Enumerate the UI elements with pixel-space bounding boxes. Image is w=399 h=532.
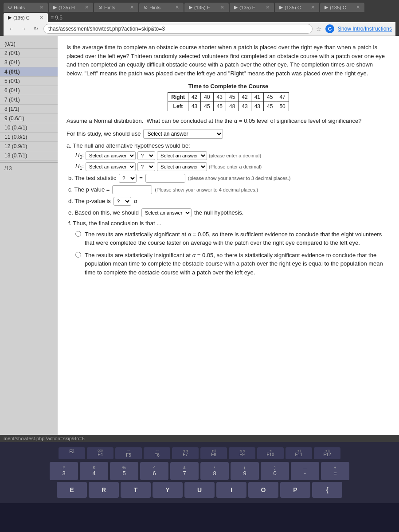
key-y[interactable]: Y: [153, 482, 183, 498]
key-o[interactable]: O: [248, 482, 278, 498]
tab-icon: ▶: [234, 4, 238, 10]
sidebar-item-6[interactable]: 6 (0/1): [0, 86, 58, 95]
key-r[interactable]: R: [89, 482, 119, 498]
step-e-suffix: the null hypothesis.: [194, 209, 243, 216]
bookmark-star[interactable]: ☆: [316, 25, 322, 32]
tab-135f-1[interactable]: ▶ (135) F ✕: [184, 3, 229, 12]
radio-r2[interactable]: [75, 252, 81, 258]
key-7[interactable]: &7: [170, 462, 199, 480]
fn-key-f4[interactable]: 000F4: [87, 447, 113, 459]
h0-select2[interactable]: ?=≠<>≤≥: [137, 151, 155, 160]
close-icon[interactable]: ✕: [39, 15, 43, 20]
close-icon[interactable]: ✕: [311, 4, 315, 10]
h0-select1[interactable]: Select an answer μ_dμ_1μ_2p: [86, 151, 136, 160]
close-icon[interactable]: ✕: [356, 4, 360, 10]
sidebar-item-13[interactable]: 13 (0.7/1): [0, 151, 58, 160]
tab-135c-2[interactable]: ▶ (135) C ✕: [320, 3, 364, 12]
address-bar[interactable]: thas/assessment/showtest.php?action=skip…: [43, 24, 313, 34]
tab-icon: ▶: [189, 4, 192, 10]
tab-135h[interactable]: ▶ (135) H ✕: [49, 3, 93, 12]
sidebar-item-10[interactable]: 10 (0.4/1): [0, 123, 58, 133]
step-f-label: f. Thus, the final conclusion is that ..…: [68, 220, 161, 227]
back-button[interactable]: ←: [7, 25, 16, 33]
key-9[interactable]: (9: [231, 462, 259, 480]
step-c-label: c. The p-value =: [68, 186, 110, 193]
step-f-row: f. Thus, the final conclusion is that ..…: [68, 220, 390, 227]
status-bar: ment/showtest.php?action=skip&to=6: [0, 435, 399, 442]
key-plus[interactable]: +=: [321, 462, 349, 480]
step-d-select[interactable]: ?><=: [113, 197, 131, 206]
radio-r2-text: The results are statistically insignific…: [85, 251, 390, 277]
sidebar-item-2[interactable]: 2 (0/1): [0, 49, 58, 58]
sidebar-item-1[interactable]: (0/1): [0, 39, 58, 49]
h0-select3[interactable]: Select an answer 0: [157, 151, 207, 160]
key-3[interactable]: #3: [50, 462, 78, 480]
tab-label: (135) F: [239, 5, 255, 10]
tab-label: Hints: [104, 5, 115, 10]
sidebar-item-4[interactable]: 4 (0/1): [0, 67, 58, 77]
show-intro-link[interactable]: Show Intro/Instructions: [338, 26, 392, 32]
tab-hints-3[interactable]: ⊙ Hints ✕: [139, 3, 184, 12]
main-layout: (0/1) 2 (0/1) 3 (0/1) 4 (0/1) 5 (0/1) 6 …: [0, 36, 399, 435]
close-icon[interactable]: ✕: [130, 4, 134, 10]
fn-key-f7[interactable]: ◄◄F7: [172, 447, 199, 459]
tab-135c-1[interactable]: ▶ (135) C ✕: [275, 3, 319, 12]
sidebar-item-7[interactable]: 7 (0/1): [0, 95, 58, 105]
fn-key-f3[interactable]: F3: [59, 447, 85, 459]
step-e-select[interactable]: Select an answer reject fail to reject: [141, 208, 192, 217]
tab-icon: ▶: [8, 15, 12, 20]
sidebar-item-11[interactable]: 11 (0.8/1): [0, 133, 58, 142]
sidebar-item-12[interactable]: 12 (0.9/1): [0, 142, 58, 151]
key-p[interactable]: P: [280, 482, 310, 498]
tab-hints-2[interactable]: ⊙ Hints ✕: [94, 3, 138, 12]
tab-hints-1[interactable]: ⊙ Hints ✕: [4, 3, 48, 12]
close-icon[interactable]: ✕: [39, 4, 43, 10]
key-8[interactable]: *8: [200, 462, 229, 480]
profile-icon[interactable]: G: [325, 24, 334, 33]
sidebar-item-9[interactable]: 9 (0.6/1): [0, 114, 58, 123]
radio-option-2: The results are statistically insignific…: [75, 251, 390, 277]
fn-key-f10[interactable]: ◄F10: [257, 447, 284, 459]
close-icon[interactable]: ✕: [85, 4, 89, 10]
tab-label: (135) C: [13, 15, 30, 20]
fn-key-f6[interactable]: ⋯F6: [144, 447, 170, 459]
fn-key-f12[interactable]: ◄))F12: [314, 447, 340, 459]
close-icon[interactable]: ✕: [266, 4, 270, 10]
sidebar-item-5[interactable]: 5 (0/1): [0, 77, 58, 86]
fn-key-f5[interactable]: ⋯F5: [115, 447, 142, 459]
h1-select3[interactable]: Select an answer 0: [157, 162, 207, 171]
h1-select2[interactable]: ?=≠<>≤≥: [137, 162, 155, 171]
close-icon[interactable]: ✕: [175, 4, 179, 10]
key-i[interactable]: I: [216, 482, 246, 498]
fn-key-f11[interactable]: ◄)F11: [286, 447, 312, 459]
key-dash[interactable]: —-: [291, 462, 319, 480]
step-b-eq: =: [139, 175, 143, 181]
key-6[interactable]: ^6: [140, 462, 168, 480]
keyboard-section: F3 000F4 ⋯F5 ⋯F6 ◄◄F7 ►llF8 ◄◄F9 ◄F10 ◄)…: [0, 442, 399, 503]
fn-key-f9[interactable]: ◄◄F9: [229, 447, 255, 459]
key-e[interactable]: E: [57, 482, 87, 498]
key-lbracket[interactable]: {: [312, 482, 342, 498]
h1-select1[interactable]: Select an answer μ_dμ_1μ_2p: [86, 162, 136, 171]
radio-r1[interactable]: [75, 231, 81, 237]
step-c-input[interactable]: [112, 185, 152, 194]
step-b-select[interactable]: ?tzFχ²: [119, 174, 137, 183]
sidebar-item-3[interactable]: 3 (0/1): [0, 58, 58, 67]
sidebar-item-8[interactable]: 8 [1/1]: [0, 105, 58, 114]
tab-135c-3[interactable]: ▶ (135) C ✕: [4, 13, 48, 22]
key-4[interactable]: $4: [80, 462, 108, 480]
study-select[interactable]: Select an answer a paired t-test an inde…: [143, 129, 223, 139]
key-5[interactable]: %5: [110, 462, 138, 480]
close-icon[interactable]: ✕: [220, 4, 224, 10]
forward-button[interactable]: →: [20, 25, 28, 33]
step-c-row: c. The p-value = (Please show your answe…: [68, 185, 390, 194]
key-t[interactable]: T: [121, 482, 151, 498]
reload-button[interactable]: ↻: [32, 25, 40, 33]
key-0[interactable]: )0: [261, 462, 289, 480]
tab-135f-2[interactable]: ▶ (135) F ✕: [230, 3, 274, 12]
step-b-label: b. The test statistic: [68, 175, 116, 181]
fn-key-f8[interactable]: ►llF8: [200, 447, 227, 459]
key-u[interactable]: U: [184, 482, 215, 498]
radio-option-1: The results are statistically significan…: [75, 230, 390, 247]
step-b-input[interactable]: [145, 174, 185, 183]
